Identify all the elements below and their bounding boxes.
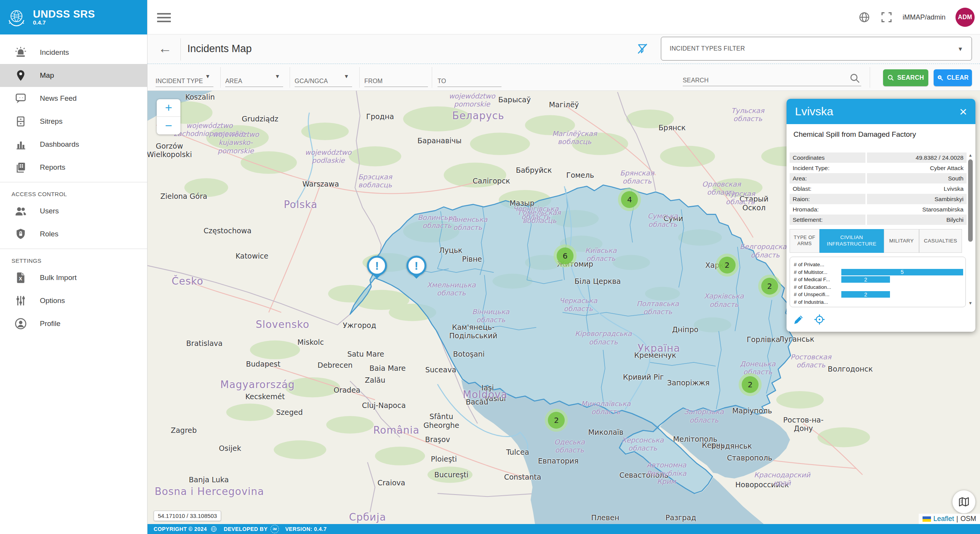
popup-scrollbar[interactable]: ▲ ▼ bbox=[968, 152, 973, 306]
language-globe-icon[interactable] bbox=[858, 11, 870, 23]
sidebar-item-users[interactable]: Users bbox=[0, 200, 147, 223]
basemap-layers-button[interactable] bbox=[952, 490, 975, 513]
tab-civilian-infrastructure[interactable]: CIVILIAN INFRASTRUCTURE bbox=[819, 229, 884, 253]
detail-row: Oblast:Lvivska bbox=[790, 183, 967, 194]
scroll-up-icon[interactable]: ▲ bbox=[968, 152, 973, 158]
tab-type-of-arms[interactable]: TYPE OF ARMS bbox=[790, 229, 819, 253]
sidebar-item-label: News Feed bbox=[40, 94, 77, 103]
siren-icon bbox=[15, 46, 27, 59]
popup-tabs: TYPE OF ARMSCIVILIAN INFRASTRUCTUREMILIT… bbox=[790, 229, 966, 253]
cluster-marker[interactable]: 2 bbox=[758, 275, 781, 298]
cabinet-icon bbox=[15, 115, 27, 128]
cluster-marker[interactable]: 2 bbox=[739, 373, 762, 396]
person-icon bbox=[15, 318, 27, 330]
sidebar-item-options[interactable]: Options bbox=[0, 289, 147, 312]
detail-value: South bbox=[867, 173, 967, 183]
developed-by-text: DEVELOPED BY bbox=[224, 526, 268, 532]
gca-ngca-select[interactable]: GCA/NGCA ▼ bbox=[295, 64, 352, 91]
sidebar-item-label: Sitreps bbox=[40, 117, 62, 126]
detail-value: Starosambirska bbox=[867, 204, 967, 215]
search-button[interactable]: SEARCH bbox=[883, 69, 928, 86]
tab-casualties[interactable]: CASUALTIES bbox=[919, 229, 962, 253]
detail-label: Incident Type: bbox=[790, 163, 865, 173]
cursor-coordinates: 54.171010 / 33.108503 bbox=[154, 511, 221, 521]
chart-bar: 2 bbox=[841, 276, 890, 283]
sliders-icon bbox=[15, 295, 27, 307]
search-icon[interactable] bbox=[849, 72, 860, 84]
menu-toggle-button[interactable] bbox=[157, 11, 171, 23]
scroll-down-icon[interactable]: ▼ bbox=[968, 300, 973, 306]
detail-value: 49.8382 / 24.0028 bbox=[867, 152, 967, 163]
detail-row: Incident Type:Cyber Attack bbox=[790, 163, 967, 173]
fullscreen-icon[interactable] bbox=[880, 11, 893, 23]
divider bbox=[180, 38, 181, 61]
filter-off-icon[interactable] bbox=[636, 43, 649, 56]
sidebar-item-bulk-import[interactable]: XBulk Import bbox=[0, 266, 147, 289]
sidebar-item-profile[interactable]: Profile bbox=[0, 312, 147, 335]
chevron-down-icon: ▼ bbox=[275, 73, 280, 79]
sidebar-section-settings: SETTINGS bbox=[0, 249, 147, 266]
sidebar-item-roles[interactable]: Roles bbox=[0, 223, 147, 246]
detail-value: Bilychi bbox=[867, 215, 967, 225]
sidebar-item-sitreps[interactable]: Sitreps bbox=[0, 110, 147, 133]
chevron-down-icon: ▼ bbox=[344, 73, 349, 79]
cluster-count: 2 bbox=[719, 257, 736, 274]
chart-category-label: # of Unspecifi... bbox=[794, 292, 841, 297]
sidebar-item-label: Profile bbox=[40, 319, 61, 328]
area-select[interactable]: AREA ▼ bbox=[225, 64, 283, 91]
leaflet-link[interactable]: Leaflet bbox=[933, 515, 954, 523]
sidebar-item-map[interactable]: Map bbox=[0, 64, 147, 87]
sidebar-item-incidents[interactable]: Incidents bbox=[0, 41, 147, 64]
date-to-label: TO bbox=[438, 78, 446, 85]
chart-row: # of Education... bbox=[794, 283, 963, 291]
edit-pencil-icon[interactable] bbox=[793, 313, 805, 326]
chart-category-label: # of Multistor... bbox=[794, 269, 841, 275]
detail-label: Area: bbox=[790, 173, 865, 183]
detail-row: Coordinates49.8382 / 24.0028 bbox=[790, 152, 967, 163]
date-from-input[interactable]: FROM bbox=[364, 64, 428, 91]
detail-value: Lvivska bbox=[867, 183, 967, 194]
sidebar-item-reports[interactable]: Reports bbox=[0, 156, 147, 179]
date-to-input[interactable]: TO bbox=[438, 64, 501, 91]
incident-type-label: INCIDENT TYPE bbox=[156, 78, 203, 85]
cluster-marker[interactable]: 6 bbox=[554, 244, 577, 267]
chart-icon bbox=[15, 138, 27, 151]
chart-row: # of Private... bbox=[794, 261, 963, 269]
sidebar-item-news-feed[interactable]: News Feed bbox=[0, 87, 147, 110]
incident-alert-marker[interactable]: ! bbox=[367, 256, 387, 276]
map-icon bbox=[958, 496, 970, 508]
cluster-marker[interactable]: 2 bbox=[716, 254, 739, 277]
incidents-map[interactable]: KoszalinGrudziądzGorzów WielkopolskiWars… bbox=[147, 91, 980, 524]
cluster-marker[interactable]: 2 bbox=[545, 409, 568, 432]
cluster-marker[interactable]: 4 bbox=[618, 188, 641, 211]
chart-row: # of Industria... bbox=[794, 298, 963, 306]
search-input[interactable]: SEARCH bbox=[683, 64, 861, 91]
incident-type-select[interactable]: INCIDENT TYPE ▼ bbox=[156, 64, 213, 91]
search-clear-icon bbox=[937, 74, 944, 81]
chart-row: # of Multistor...5 bbox=[794, 269, 963, 276]
quote-icon bbox=[15, 92, 27, 105]
cluster-count: 2 bbox=[742, 376, 759, 393]
incident-types-filter-select[interactable]: INCIDENT TYPES FILTER ▼ bbox=[661, 37, 972, 61]
tab-military[interactable]: MILITARY bbox=[884, 229, 919, 253]
popup-actions bbox=[793, 313, 826, 326]
zoom-control: + − bbox=[157, 99, 180, 134]
search-placeholder: SEARCH bbox=[683, 77, 709, 84]
close-icon[interactable]: × bbox=[959, 105, 967, 118]
map-attribution: Leaflet | OSM bbox=[919, 514, 980, 524]
incident-alert-marker[interactable]: ! bbox=[406, 256, 426, 276]
top-header: iMMAP/admin ADM bbox=[147, 0, 980, 34]
detail-row: Raion:Sambirskyi bbox=[790, 194, 967, 204]
avatar[interactable]: ADM bbox=[955, 8, 975, 27]
osm-link[interactable]: OSM bbox=[960, 515, 976, 523]
locate-crosshair-icon[interactable] bbox=[813, 313, 826, 326]
sidebar-item-label: Dashboards bbox=[40, 140, 79, 149]
users-icon bbox=[15, 205, 27, 217]
zoom-out-button[interactable]: − bbox=[157, 117, 180, 134]
clear-button[interactable]: CLEAR bbox=[934, 69, 972, 86]
sidebar-item-dashboards[interactable]: Dashboards bbox=[0, 133, 147, 156]
back-button[interactable]: ← bbox=[158, 41, 172, 55]
detail-value: Sambirskyi bbox=[867, 194, 967, 204]
scrollbar-thumb[interactable] bbox=[968, 159, 973, 242]
zoom-in-button[interactable]: + bbox=[157, 99, 180, 117]
